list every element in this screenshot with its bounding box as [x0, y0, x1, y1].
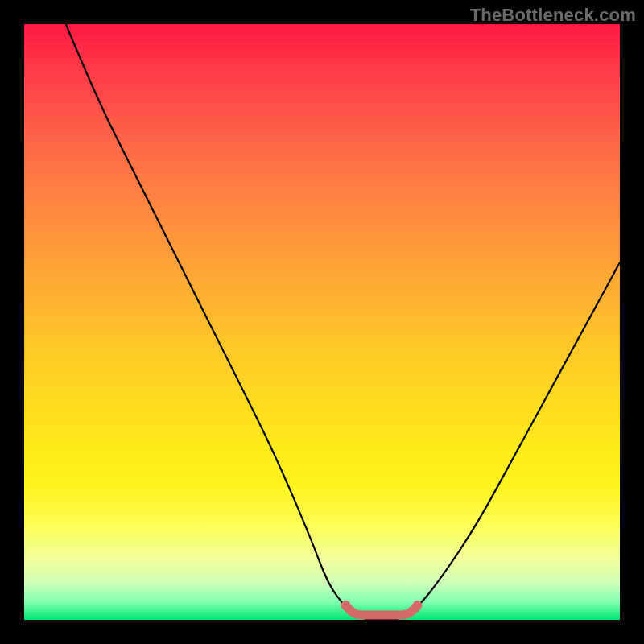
chart-container: TheBottleneck.com: [0, 0, 644, 644]
plot-area: [24, 24, 620, 620]
highlight-dot-left: [341, 601, 351, 610]
curve-svg: [24, 24, 620, 620]
highlight-dot-right: [412, 601, 422, 610]
minimum-highlight: [346, 605, 418, 615]
bottleneck-curve: [66, 24, 620, 620]
watermark-text: TheBottleneck.com: [470, 5, 636, 26]
